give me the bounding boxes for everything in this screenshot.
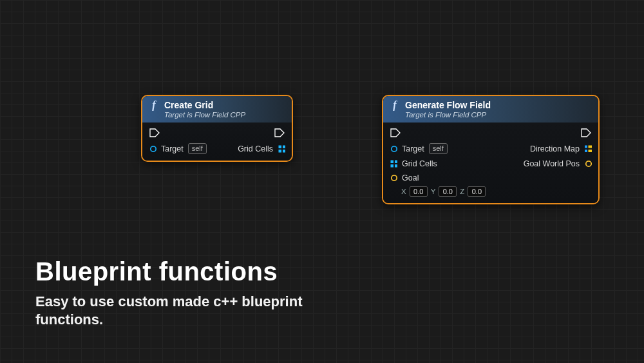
- svg-rect-15: [589, 150, 592, 152]
- node-subtitle: Target is Flow Field CPP: [405, 111, 491, 119]
- node-subtitle: Target is Flow Field CPP: [164, 111, 245, 119]
- node-title: Generate Flow Field: [405, 100, 491, 110]
- function-icon: f: [390, 101, 400, 110]
- exec-in-pin-icon[interactable]: [390, 128, 401, 138]
- svg-rect-17: [395, 161, 397, 164]
- svg-point-10: [392, 146, 397, 152]
- exec-out-pin-icon[interactable]: [580, 128, 592, 138]
- node-header[interactable]: f Generate Flow Field Target is Flow Fie…: [383, 96, 598, 123]
- svg-rect-5: [283, 145, 285, 148]
- node-create-grid[interactable]: f Create Grid Target is Flow Field CPP T…: [141, 95, 293, 162]
- svg-rect-12: [585, 145, 587, 148]
- svg-marker-1: [275, 129, 284, 137]
- grid-cells-label: Grid Cells: [402, 159, 437, 168]
- svg-rect-4: [279, 145, 282, 148]
- exec-in-pin-icon[interactable]: [149, 128, 160, 138]
- caption: Blueprint functions Easy to use custom m…: [35, 257, 357, 328]
- svg-rect-18: [391, 164, 394, 168]
- goal-z-input[interactable]: 0.0: [468, 186, 486, 197]
- node-body: Target self Grid Cells: [142, 123, 292, 161]
- goal-y-lbl: Y: [431, 188, 436, 195]
- grid-cells-label: Grid Cells: [238, 144, 273, 153]
- target-self-value[interactable]: self: [188, 143, 207, 154]
- target-pin-icon[interactable]: [149, 145, 156, 153]
- svg-rect-14: [585, 150, 587, 152]
- svg-marker-8: [391, 129, 400, 137]
- node-header[interactable]: f Create Grid Target is Flow Field CPP: [142, 96, 292, 123]
- svg-point-22: [392, 175, 397, 181]
- grid-cells-pin-icon[interactable]: [390, 160, 397, 168]
- svg-point-2: [151, 146, 156, 152]
- target-pin-icon[interactable]: [390, 145, 397, 153]
- goal-world-pos-label: Goal World Pos: [524, 159, 580, 168]
- svg-marker-0: [150, 129, 159, 137]
- goal-label: Goal: [402, 173, 419, 182]
- svg-marker-9: [582, 129, 591, 137]
- goal-pin-icon[interactable]: [390, 174, 397, 182]
- goal-z-lbl: Z: [460, 188, 464, 195]
- svg-rect-6: [279, 150, 282, 153]
- goal-x-input[interactable]: 0.0: [410, 186, 428, 197]
- goal-world-pos-pin-icon[interactable]: [584, 160, 592, 168]
- svg-rect-19: [395, 164, 397, 168]
- grid-cells-pin-icon[interactable]: [278, 145, 285, 153]
- svg-rect-13: [589, 145, 592, 148]
- caption-subtitle: Easy to use custom made c++ blueprint fu…: [35, 293, 357, 328]
- target-self-value[interactable]: self: [429, 143, 448, 154]
- target-label: Target: [402, 144, 424, 153]
- svg-rect-23: [397, 177, 397, 179]
- exec-out-pin-icon[interactable]: [274, 128, 285, 138]
- node-body: Target self Direction Map: [383, 123, 598, 203]
- svg-rect-7: [283, 150, 285, 153]
- goal-vector-inputs: X 0.0 Y 0.0 Z 0.0: [390, 186, 486, 197]
- svg-rect-21: [591, 163, 592, 164]
- node-title: Create Grid: [164, 100, 245, 110]
- caption-title: Blueprint functions: [35, 257, 357, 286]
- goal-x-lbl: X: [401, 188, 406, 195]
- goal-y-input[interactable]: 0.0: [439, 186, 457, 197]
- node-generate-flow-field[interactable]: f Generate Flow Field Target is Flow Fie…: [382, 95, 600, 204]
- function-icon: f: [149, 101, 159, 110]
- svg-rect-16: [391, 161, 394, 164]
- svg-rect-11: [397, 148, 397, 150]
- direction-map-pin-icon[interactable]: [584, 145, 592, 153]
- direction-map-label: Direction Map: [530, 144, 580, 153]
- svg-rect-3: [156, 148, 156, 150]
- svg-point-20: [586, 161, 591, 166]
- target-label: Target: [161, 144, 184, 153]
